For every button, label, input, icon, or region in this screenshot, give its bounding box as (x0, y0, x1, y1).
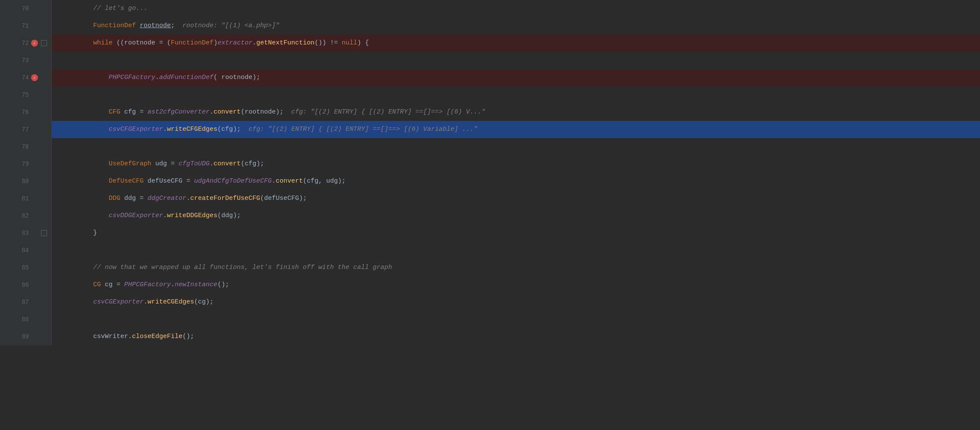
code-content: } (52, 225, 980, 241)
code-line[interactable]: 84 (0, 242, 980, 259)
line-gutter: 74 (0, 69, 52, 86)
line-gutter: 79 (0, 155, 52, 173)
no-fold[interactable] (40, 143, 48, 151)
no-fold[interactable] (40, 195, 48, 202)
no-fold[interactable] (40, 74, 48, 82)
no-fold[interactable] (40, 281, 48, 289)
no-breakpoint[interactable] (31, 195, 38, 202)
code-content: csvCFGExporter.writeCFGEdges(cfg); cfg: … (52, 122, 980, 137)
line-gutter: 77 (0, 121, 52, 138)
breakpoint-icon[interactable] (31, 74, 38, 82)
no-breakpoint[interactable] (31, 212, 38, 220)
code-content: csvDDGExporter.writeDDGEdges(ddg); (52, 208, 980, 224)
code-line[interactable]: 83− } (0, 224, 980, 242)
no-breakpoint[interactable] (31, 298, 38, 306)
line-gutter: 81 (0, 190, 52, 207)
no-fold[interactable] (40, 333, 48, 341)
line-gutter: 83− (0, 224, 52, 242)
code-line[interactable]: 77 csvCFGExporter.writeCFGEdges(cfg); cf… (0, 121, 980, 138)
code-line[interactable]: 87 csvCGExporter.writeCGEdges(cg); (0, 294, 980, 311)
no-breakpoint[interactable] (31, 177, 38, 185)
no-breakpoint[interactable] (31, 160, 38, 168)
line-number: 85 (15, 264, 29, 271)
line-number: 75 (15, 92, 29, 98)
code-line[interactable]: 72− while ((rootnode = (FunctionDef)extr… (0, 35, 980, 52)
code-line[interactable]: 70 // let's go... (0, 0, 980, 17)
breakpoint-icon[interactable] (31, 39, 38, 47)
no-breakpoint[interactable] (31, 143, 38, 151)
no-breakpoint[interactable] (31, 229, 38, 237)
code-line[interactable]: 88 (0, 311, 980, 328)
fold-icon[interactable]: − (40, 39, 48, 47)
code-line[interactable]: 85 // now that we wrapped up all functio… (0, 259, 980, 276)
code-line[interactable]: 82 csvDDGExporter.writeDDGEdges(ddg); (0, 207, 980, 224)
code-content: while ((rootnode = (FunctionDef)extracto… (52, 35, 980, 51)
no-fold[interactable] (40, 212, 48, 220)
code-content: FunctionDef rootnode; rootnode: "[(1) <a… (52, 18, 980, 34)
code-line[interactable]: 73 (0, 52, 980, 69)
no-breakpoint[interactable] (31, 91, 38, 99)
line-number: 74 (15, 74, 29, 81)
line-number: 87 (15, 299, 29, 306)
code-line[interactable]: 76 CFG cfg = ast2cfgConverter.convert(ro… (0, 104, 980, 121)
no-breakpoint[interactable] (31, 57, 38, 64)
code-content: CG cg = PHPCGFactory.newInstance(); (52, 277, 980, 293)
no-fold[interactable] (40, 316, 48, 323)
no-breakpoint[interactable] (31, 264, 38, 272)
code-line[interactable]: 86 CG cg = PHPCGFactory.newInstance(); (0, 276, 980, 294)
no-fold[interactable] (40, 264, 48, 272)
code-line[interactable]: 74 PHPCGFactory.addFunctionDef( rootnode… (0, 69, 980, 86)
no-fold[interactable] (40, 298, 48, 306)
no-breakpoint[interactable] (31, 108, 38, 116)
no-breakpoint[interactable] (31, 316, 38, 323)
no-fold[interactable] (40, 177, 48, 185)
line-gutter: 75 (0, 86, 52, 104)
line-number: 83 (15, 230, 29, 237)
no-breakpoint[interactable] (31, 22, 38, 30)
line-number: 88 (15, 316, 29, 323)
code-editor: 70 // let's go...71 FunctionDef rootnode… (0, 0, 980, 430)
no-fold[interactable] (40, 247, 48, 254)
code-line[interactable]: 79 UseDefGraph udg = cfgToUDG.convert(cf… (0, 155, 980, 173)
line-number: 80 (15, 178, 29, 185)
line-gutter: 82 (0, 207, 52, 224)
no-fold[interactable] (40, 160, 48, 168)
line-gutter: 80 (0, 173, 52, 190)
line-number: 82 (15, 212, 29, 219)
code-content (52, 248, 980, 253)
no-fold[interactable] (40, 22, 48, 30)
line-number: 89 (15, 333, 29, 340)
line-number: 78 (15, 143, 29, 150)
line-gutter: 89 (0, 328, 52, 345)
no-fold[interactable] (40, 5, 48, 13)
code-line[interactable]: 80 DefUseCFG defUseCFG = udgAndCfgToDefU… (0, 173, 980, 190)
line-number: 84 (15, 247, 29, 254)
code-line[interactable]: 78 (0, 138, 980, 155)
no-breakpoint[interactable] (31, 126, 38, 133)
no-fold[interactable] (40, 91, 48, 99)
code-lines: 70 // let's go...71 FunctionDef rootnode… (0, 0, 980, 430)
line-gutter: 70 (0, 0, 52, 17)
line-number: 70 (15, 5, 29, 12)
line-gutter: 72− (0, 35, 52, 52)
code-line[interactable]: 89 csvWriter.closeEdgeFile(); (0, 328, 980, 345)
no-fold[interactable] (40, 108, 48, 116)
code-line[interactable]: 75 (0, 86, 980, 104)
no-breakpoint[interactable] (31, 333, 38, 341)
line-gutter: 85 (0, 259, 52, 276)
fold-icon[interactable]: − (40, 229, 48, 237)
no-breakpoint[interactable] (31, 281, 38, 289)
line-gutter: 73 (0, 52, 52, 69)
code-line[interactable]: 81 DDG ddg = ddgCreator.createForDefUseC… (0, 190, 980, 207)
code-line[interactable]: 71 FunctionDef rootnode; rootnode: "[(1)… (0, 17, 980, 35)
no-fold[interactable] (40, 57, 48, 64)
code-content: CFG cfg = ast2cfgConverter.convert(rootn… (52, 104, 980, 120)
code-content: csvCGExporter.writeCGEdges(cg); (52, 294, 980, 310)
code-content: // let's go... (52, 1, 980, 16)
line-number: 81 (15, 195, 29, 202)
code-content (52, 144, 980, 149)
line-number: 72 (15, 40, 29, 47)
no-breakpoint[interactable] (31, 247, 38, 254)
no-breakpoint[interactable] (31, 5, 38, 13)
no-fold[interactable] (40, 126, 48, 133)
